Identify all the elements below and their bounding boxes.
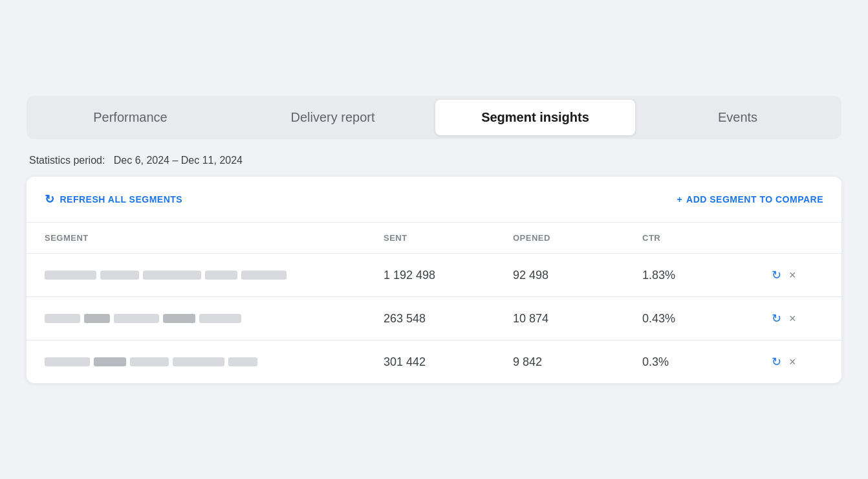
row-actions-2: ↻× (772, 311, 823, 326)
ctr-value-2: 0.43% (642, 312, 772, 326)
blur-chunk (114, 314, 159, 323)
table-row: 1 192 49892 4981.83%↻× (27, 253, 841, 296)
add-segment-label: ADD SEGMENT TO COMPARE (686, 194, 823, 205)
table-header: SEGMENTSENTOPENEDCTR (27, 223, 841, 253)
stats-period-value: Dec 6, 2024 – Dec 11, 2024 (114, 155, 243, 166)
segment-name-3 (45, 357, 384, 366)
opened-value-1: 92 498 (513, 269, 642, 282)
segment-name-2 (45, 314, 384, 323)
row-refresh-button-2[interactable]: ↻ (772, 311, 781, 326)
blur-chunk (143, 271, 201, 280)
table-row: 263 54810 8740.43%↻× (27, 296, 841, 340)
row-close-button-2[interactable]: × (789, 312, 796, 326)
segment-insights-card: ↻ REFRESH ALL SEGMENTS + ADD SEGMENT TO … (27, 177, 841, 383)
col-header-actions (772, 233, 823, 243)
refresh-all-segments-button[interactable]: ↻ REFRESH ALL SEGMENTS (45, 192, 182, 206)
blur-chunk (199, 314, 241, 323)
blur-chunk (45, 271, 96, 280)
refresh-label: REFRESH ALL SEGMENTS (60, 194, 183, 205)
stats-period-label: Statistics period: (29, 155, 105, 166)
tab-events[interactable]: Events (638, 100, 838, 135)
row-actions-1: ↻× (772, 268, 823, 282)
segment-blur-3 (45, 357, 257, 366)
tab-segment-insights[interactable]: Segment insights (435, 100, 635, 135)
segment-blur-2 (45, 314, 241, 323)
sent-value-1: 1 192 498 (384, 269, 513, 282)
col-header-ctr: CTR (642, 233, 772, 243)
sent-value-2: 263 548 (384, 312, 513, 326)
blur-chunk (84, 314, 110, 323)
blur-chunk (100, 271, 139, 280)
col-header-sent: SENT (384, 233, 513, 243)
blur-chunk (173, 357, 224, 366)
blur-chunk (163, 314, 195, 323)
blur-chunk (94, 357, 126, 366)
col-header-segment: SEGMENT (45, 233, 384, 243)
opened-value-3: 9 842 (513, 355, 642, 369)
add-icon: + (677, 194, 682, 205)
opened-value-2: 10 874 (513, 312, 642, 326)
blur-chunk (241, 271, 287, 280)
page-container: PerformanceDelivery reportSegment insigh… (14, 83, 854, 396)
card-header: ↻ REFRESH ALL SEGMENTS + ADD SEGMENT TO … (27, 177, 841, 223)
row-close-button-1[interactable]: × (789, 269, 796, 282)
tab-performance[interactable]: Performance (30, 100, 230, 135)
sent-value-3: 301 442 (384, 355, 513, 369)
statistics-period: Statistics period: Dec 6, 2024 – Dec 11,… (27, 155, 841, 166)
blur-chunk (45, 357, 90, 366)
col-header-opened: OPENED (513, 233, 642, 243)
ctr-value-3: 0.3% (642, 355, 772, 369)
ctr-value-1: 1.83% (642, 269, 772, 282)
blur-chunk (228, 357, 257, 366)
row-close-button-3[interactable]: × (789, 355, 796, 369)
segment-blur-1 (45, 271, 287, 280)
segment-name-1 (45, 271, 384, 280)
table-body: 1 192 49892 4981.83%↻×263 54810 8740.43%… (27, 253, 841, 383)
add-segment-button[interactable]: + ADD SEGMENT TO COMPARE (677, 194, 823, 205)
row-refresh-button-3[interactable]: ↻ (772, 355, 781, 369)
table-row: 301 4429 8420.3%↻× (27, 340, 841, 383)
blur-chunk (205, 271, 237, 280)
blur-chunk (130, 357, 169, 366)
tab-bar: PerformanceDelivery reportSegment insigh… (27, 96, 841, 139)
row-refresh-button-1[interactable]: ↻ (772, 268, 781, 282)
row-actions-3: ↻× (772, 355, 823, 369)
blur-chunk (45, 314, 80, 323)
refresh-icon: ↻ (45, 192, 55, 206)
tab-delivery-report[interactable]: Delivery report (233, 100, 433, 135)
